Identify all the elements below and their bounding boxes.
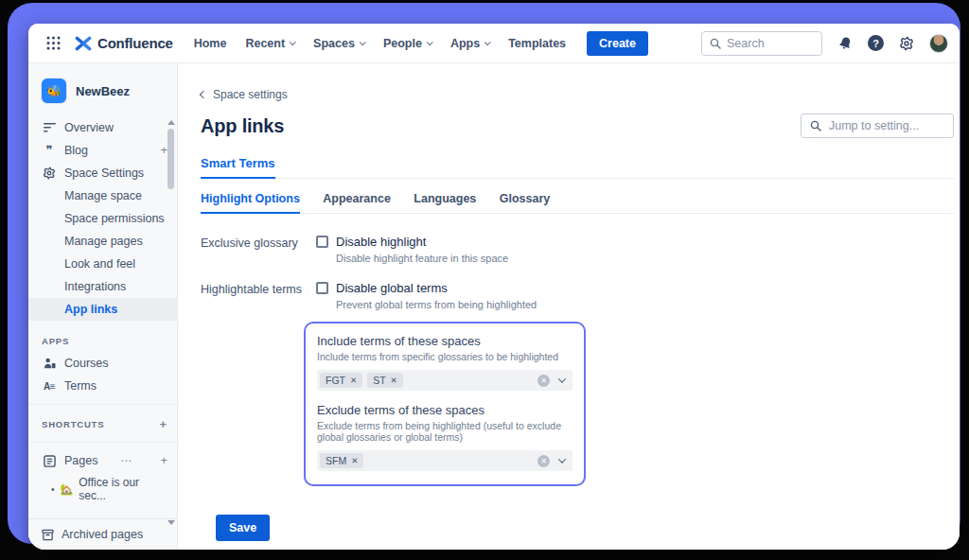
app-switcher-icon[interactable] — [42, 32, 64, 55]
sidebar-item-manage-space[interactable]: Manage space — [28, 184, 177, 207]
exclude-terms-select[interactable]: SFM ✕ ✕ — [317, 450, 573, 471]
save-button[interactable]: Save — [216, 515, 270, 541]
disable-global-terms-option[interactable]: Disable global terms — [316, 281, 586, 295]
nav-right-group: ? — [701, 31, 948, 56]
remove-tag-icon[interactable]: ✕ — [351, 456, 358, 465]
page-emoji-icon: 🏡 — [61, 483, 74, 496]
pages-document-icon — [42, 455, 57, 467]
disable-highlight-checkbox[interactable] — [316, 236, 328, 248]
selected-tag: SFM ✕ — [320, 453, 363, 468]
space-sidebar: 🐝 NewBeez Overview ❞ Blog + — [28, 63, 178, 550]
blog-quote-icon: ❞ — [42, 146, 57, 155]
archive-box-icon — [42, 529, 54, 541]
sidebar-item-archived-pages[interactable]: Archived pages — [28, 518, 177, 550]
jump-to-setting-search[interactable] — [801, 114, 954, 138]
disable-highlight-option[interactable]: Disable highlight — [316, 235, 508, 249]
nav-people-label: People — [383, 37, 422, 50]
gear-icon — [899, 36, 914, 51]
apps-section-header: APPS — [28, 328, 177, 352]
sidebar-item-overview[interactable]: Overview — [28, 116, 177, 139]
exclude-terms-description: Exclude terms from being highlighted (us… — [317, 420, 573, 443]
confluence-logo[interactable]: Confluence — [74, 35, 173, 51]
sidebar-item-space-permissions[interactable]: Space permissions — [28, 207, 177, 230]
create-button[interactable]: Create — [587, 31, 648, 56]
overview-list-icon — [42, 123, 57, 133]
sidebar-item-pages[interactable]: Pages ⋯ + — [28, 449, 177, 472]
tab-appearance[interactable]: Appearance — [323, 192, 391, 212]
remove-tag-icon[interactable]: ✕ — [391, 376, 397, 385]
tag-label: FGT — [326, 375, 345, 386]
nav-home[interactable]: Home — [186, 32, 235, 55]
tab-smart-terms[interactable]: Smart Terms — [201, 156, 275, 179]
terms-spaces-panel: Include terms of these spaces Include te… — [304, 322, 586, 486]
highlightable-terms-label: Highlightable terms — [201, 281, 316, 296]
include-terms-group: Include terms of these spaces Include te… — [317, 334, 573, 391]
chevron-down-icon[interactable] — [558, 455, 566, 463]
sidebar-item-label: Integrations — [64, 280, 126, 293]
scrollbar-thumb[interactable] — [167, 129, 174, 189]
secondary-tabbar: Highlight Options Appearance Languages G… — [201, 189, 954, 214]
nav-recent-label: Recent — [245, 37, 285, 50]
breadcrumb[interactable]: Space settings — [201, 88, 288, 101]
clear-all-icon[interactable]: ✕ — [537, 375, 550, 387]
exclusive-glossary-label: Exclusive glossary — [201, 235, 316, 250]
chevron-down-icon — [360, 39, 366, 45]
settings-gear-icon[interactable] — [895, 32, 918, 55]
sidebar-item-look-and-feel[interactable]: Look and feel — [28, 253, 177, 275]
space-header[interactable]: 🐝 NewBeez — [28, 75, 177, 116]
global-search[interactable] — [701, 31, 822, 56]
exclusive-glossary-row: Exclusive glossary Disable highlight Dis… — [201, 235, 954, 264]
user-avatar[interactable] — [929, 34, 948, 53]
remove-tag-icon[interactable]: ✕ — [350, 376, 357, 385]
chevron-down-icon[interactable] — [558, 375, 566, 382]
pages-more-icon[interactable]: ⋯ — [120, 456, 132, 465]
nav-spaces-label: Spaces — [313, 37, 355, 50]
global-search-input[interactable] — [727, 37, 802, 50]
tag-label: SFM — [326, 455, 346, 466]
chevron-down-icon — [427, 39, 433, 45]
scroll-down-icon[interactable] — [167, 520, 175, 525]
page-tree-item[interactable]: • 🏡 Office is our sec... — [28, 472, 177, 506]
tab-languages[interactable]: Languages — [414, 192, 476, 212]
help-icon[interactable]: ? — [868, 35, 884, 51]
sidebar-item-blog[interactable]: ❞ Blog + — [28, 139, 177, 162]
sidebar-item-integrations[interactable]: Integrations — [28, 275, 177, 298]
include-terms-select[interactable]: FGT ✕ ST ✕ ✕ — [317, 370, 573, 391]
grid-icon — [46, 36, 61, 50]
nav-templates[interactable]: Templates — [501, 32, 573, 55]
jump-to-setting-input[interactable] — [829, 119, 944, 132]
chevron-down-icon — [484, 39, 491, 45]
tab-highlight-options[interactable]: Highlight Options — [201, 192, 300, 214]
page-title: App links — [201, 115, 284, 137]
disable-global-terms-checkbox[interactable] — [316, 282, 328, 294]
nav-left-group: Confluence Home Recent Spaces People — [42, 31, 648, 56]
sidebar-item-manage-pages[interactable]: Manage pages — [28, 230, 177, 253]
clear-all-icon[interactable]: ✕ — [537, 455, 550, 467]
sidebar-item-space-settings[interactable]: Space Settings — [28, 162, 177, 184]
nav-recent[interactable]: Recent — [238, 32, 302, 55]
highlight-options-form: Exclusive glossary Disable highlight Dis… — [201, 235, 954, 541]
tag-label: ST — [373, 375, 385, 386]
sidebar-item-terms[interactable]: A≡ Terms — [28, 375, 177, 397]
exclude-terms-group: Exclude terms of these spaces Exclude te… — [317, 403, 573, 471]
sidebar-scrollbar[interactable] — [167, 120, 175, 525]
sidebar-item-app-links[interactable]: App links — [28, 298, 177, 321]
sidebar-item-label: Archived pages — [62, 528, 143, 541]
sidebar-item-courses[interactable]: Courses — [28, 352, 177, 375]
top-navigation: Confluence Home Recent Spaces People — [28, 24, 960, 63]
nav-apps[interactable]: Apps — [443, 32, 497, 55]
notifications-icon[interactable] — [834, 32, 856, 55]
tab-glossary[interactable]: Glossary — [500, 192, 551, 212]
search-icon — [710, 38, 721, 49]
nav-apps-label: Apps — [450, 37, 480, 50]
courses-icon — [42, 358, 57, 370]
primary-menu: Home Recent Spaces People Apps — [186, 32, 573, 55]
nav-people[interactable]: People — [376, 32, 439, 55]
terms-glossary-icon: A≡ — [42, 381, 57, 392]
disable-global-terms-label: Disable global terms — [336, 281, 448, 295]
nav-spaces[interactable]: Spaces — [306, 32, 372, 55]
nav-home-label: Home — [194, 37, 227, 50]
scroll-up-icon[interactable] — [167, 120, 175, 125]
highlightable-terms-row: Highlightable terms Disable global terms… — [201, 281, 954, 486]
sidebar-item-label: Manage space — [64, 189, 142, 202]
